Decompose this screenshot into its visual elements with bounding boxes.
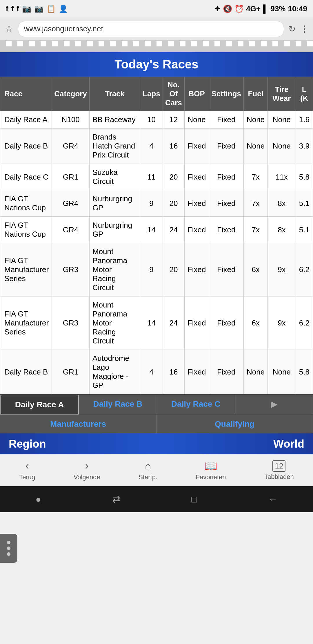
- cell-bop-3: Fixed: [184, 190, 209, 217]
- header-race: Race: [0, 77, 52, 111]
- bookmark-icon[interactable]: ☆: [4, 23, 14, 35]
- tab-more[interactable]: ▶: [235, 395, 313, 415]
- tab-qualifying[interactable]: Qualifying: [156, 415, 313, 433]
- cell-cars-4: 24: [163, 217, 184, 243]
- cell-laps-7: 4: [140, 350, 163, 394]
- cell-track-5: Mount Panorama Motor Racing Circuit: [89, 243, 140, 296]
- region-label: Region: [9, 438, 46, 450]
- cell-tirewear-2: 11x: [268, 164, 296, 190]
- cell-track-0: BB Raceway: [89, 111, 140, 129]
- table-row: Daily Race B GR4 Brands Hatch Grand Prix…: [0, 129, 313, 164]
- cell-category-5: GR3: [52, 243, 90, 296]
- header-laps: Laps: [140, 77, 163, 111]
- android-nav: ● ⇄ □ ←: [0, 486, 313, 512]
- tabs-icon: 12: [272, 460, 285, 472]
- world-label: World: [273, 438, 304, 450]
- favorites-button[interactable]: 📖 Favorieten: [196, 460, 226, 481]
- cell-settings-4: Fixed: [209, 217, 244, 243]
- cell-bop-6: Fixed: [184, 296, 209, 350]
- region-bar: Region World: [0, 433, 313, 454]
- sidebar-handle[interactable]: [0, 534, 17, 563]
- cell-settings-0: Fixed: [209, 111, 244, 129]
- cell-settings-3: Fixed: [209, 190, 244, 217]
- back-label: Terug: [19, 473, 35, 481]
- cell-bop-4: Fixed: [184, 217, 209, 243]
- browser-bar: ☆ www.jasonguernsey.net ↻ ⋮: [0, 17, 313, 41]
- back-icon: ‹: [26, 460, 29, 472]
- instagram-icon-1: 📷: [22, 4, 31, 13]
- header-fuel: Fuel: [244, 77, 268, 111]
- url-bar[interactable]: www.jasonguernsey.net: [18, 21, 284, 37]
- facebook-icon-1: f: [6, 4, 8, 13]
- tabs-button[interactable]: 12 Tabbladen: [264, 460, 294, 481]
- mute-icon: 🔇: [223, 4, 232, 13]
- person-icon: 👤: [59, 4, 68, 13]
- cell-cars-3: 20: [163, 190, 184, 217]
- tab-daily-race-c[interactable]: Daily Race C: [157, 395, 235, 415]
- race-tabs-row1: Daily Race A Daily Race B Daily Race C ▶: [0, 394, 313, 415]
- cell-race-6: FIA GT Manufacturer Series: [0, 296, 52, 350]
- cell-category-6: GR3: [52, 296, 90, 350]
- cell-race-3: FIA GT Nations Cup: [0, 190, 52, 217]
- cell-laps-1: 4: [140, 129, 163, 164]
- cell-race-4: FIA GT Nations Cup: [0, 217, 52, 243]
- cell-l-5: 6.2: [296, 243, 313, 296]
- tab-daily-race-a[interactable]: Daily Race A: [0, 395, 79, 415]
- refresh-icon[interactable]: ↻: [288, 24, 296, 34]
- handle-dot-1: [7, 541, 10, 544]
- cell-category-4: GR4: [52, 217, 90, 243]
- page-content: Today's Races Race Category Track Laps N…: [0, 52, 313, 454]
- android-square-btn[interactable]: □: [191, 494, 197, 505]
- cell-track-4: Nurburgring GP: [89, 217, 140, 243]
- table-row: Daily Race B GR1 Autodrome Lago Maggiore…: [0, 350, 313, 394]
- header-tirewear: TireWear: [268, 77, 296, 111]
- cell-cars-5: 20: [163, 243, 184, 296]
- cell-fuel-6: 6x: [244, 296, 268, 350]
- forward-button[interactable]: › Volgende: [74, 460, 100, 481]
- back-button[interactable]: ‹ Terug: [19, 460, 35, 481]
- status-icons: f f f 📷 📷 📋 👤: [6, 4, 68, 13]
- cell-cars-7: 16: [163, 350, 184, 394]
- table-row: FIA GT Manufacturer Series GR3 Mount Pan…: [0, 296, 313, 350]
- table-row: FIA GT Nations Cup GR4 Nurburgring GP 14…: [0, 217, 313, 243]
- cell-l-1: 3.9: [296, 129, 313, 164]
- android-back-btn[interactable]: ←: [268, 494, 277, 505]
- cell-fuel-0: None: [244, 111, 268, 129]
- tab-manufacturers[interactable]: Manufacturers: [0, 415, 156, 433]
- cell-race-0: Daily Race A: [0, 111, 52, 129]
- cell-laps-2: 11: [140, 164, 163, 190]
- cell-settings-6: Fixed: [209, 296, 244, 350]
- table-row: FIA GT Manufacturer Series GR3 Mount Pan…: [0, 243, 313, 296]
- cell-category-2: GR1: [52, 164, 90, 190]
- cell-laps-5: 9: [140, 243, 163, 296]
- cell-cars-6: 24: [163, 296, 184, 350]
- cell-fuel-5: 6x: [244, 243, 268, 296]
- cell-laps-3: 9: [140, 190, 163, 217]
- home-button[interactable]: ⌂ Startp.: [139, 460, 157, 481]
- header-l: L (K: [296, 77, 313, 111]
- cell-l-3: 5.1: [296, 190, 313, 217]
- cell-tirewear-6: 9x: [268, 296, 296, 350]
- header-category: Category: [52, 77, 90, 111]
- cell-tirewear-0: None: [268, 111, 296, 129]
- cell-race-5: FIA GT Manufacturer Series: [0, 243, 52, 296]
- tab-daily-race-b[interactable]: Daily Race B: [79, 395, 157, 415]
- bluetooth-icon: ✦: [214, 4, 221, 13]
- handle-dot-3: [7, 552, 10, 556]
- android-recents-btn[interactable]: ⇄: [112, 494, 120, 505]
- facebook-icon-3: f: [17, 4, 19, 13]
- cell-laps-6: 14: [140, 296, 163, 350]
- cell-track-2: Suzuka Circuit: [89, 164, 140, 190]
- android-circle-btn[interactable]: ●: [36, 494, 41, 505]
- cell-cars-2: 20: [163, 164, 184, 190]
- cell-settings-7: Fixed: [209, 350, 244, 394]
- browser-menu-icon[interactable]: ⋮: [300, 24, 309, 34]
- table-row: Daily Race A N100 BB Raceway 10 12 None …: [0, 111, 313, 129]
- handle-dot-2: [7, 547, 10, 550]
- home-label: Startp.: [139, 473, 157, 481]
- cell-bop-5: Fixed: [184, 243, 209, 296]
- url-text: www.jasonguernsey.net: [24, 24, 103, 33]
- checkered-decoration: [0, 41, 313, 52]
- tabs-label: Tabbladen: [264, 473, 294, 481]
- cell-settings-1: Fixed: [209, 129, 244, 164]
